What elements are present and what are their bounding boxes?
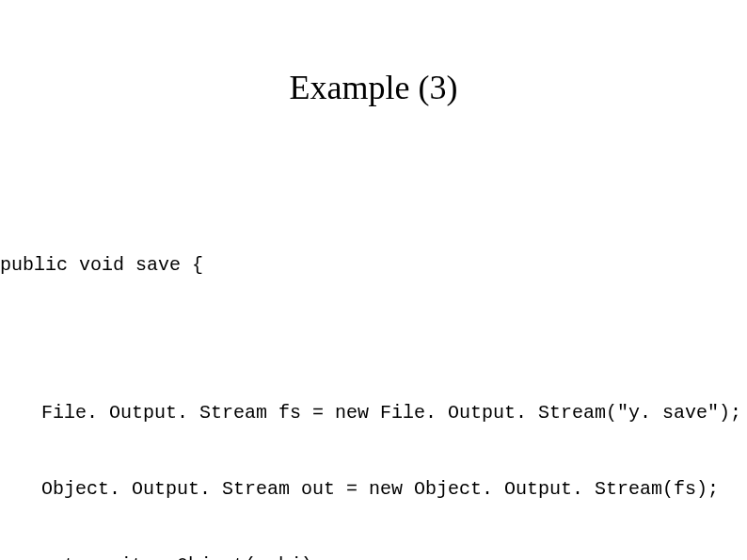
slide: Example (3) public void save { File. Out… [0,0,747,560]
method-signature: public void save { [0,252,747,278]
method-body: File. Output. Stream fs = new File. Outp… [0,349,747,560]
code-line: Object. Output. Stream out = new Object.… [41,476,747,502]
slide-title: Example (3) [0,68,747,107]
code-line: File. Output. Stream fs = new File. Outp… [41,400,747,425]
code-block: public void save { File. Output. Stream … [0,201,747,560]
code-line: out. write. Object(yobj); [41,552,747,560]
